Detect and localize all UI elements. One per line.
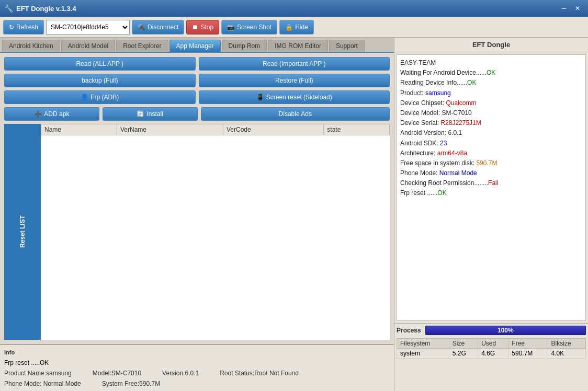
restore-full-button[interactable]: Restore (Full) xyxy=(199,74,390,87)
app-table: NameVerNameVerCodestate xyxy=(41,124,390,135)
disable-ads-button[interactable]: Disable Ads xyxy=(201,107,390,121)
app-table-container: Reset LIST NameVerNameVerCodestate xyxy=(4,124,390,340)
col-vername: VerName xyxy=(117,124,223,135)
close-button[interactable]: ✕ xyxy=(571,3,584,14)
statusbar: Info Frp reset .....OK Product Name:sams… xyxy=(0,344,394,391)
tab-img-rom-editor[interactable]: IMG ROM Editor xyxy=(268,40,328,52)
stop-button[interactable]: ⏹ Stop xyxy=(186,20,219,34)
disconnect-button[interactable]: 🔌 Disconnect xyxy=(132,20,184,34)
left-panel: Android KitchenAndroid ModelRoot Explore… xyxy=(0,38,394,391)
titlebar: 🔧 EFT Dongle v.1.3.4 ─ ✕ xyxy=(0,0,588,17)
filesystem-row: system5.2G4.6G590.7M4.0K xyxy=(397,349,586,359)
progress-bar: 100% xyxy=(425,326,586,335)
fs-cell: 590.7M xyxy=(508,349,548,359)
log-line: Waiting For Android Device......OK xyxy=(400,68,582,78)
disconnect-icon: 🔌 xyxy=(138,24,145,31)
tab-app-manager[interactable]: App Manager xyxy=(169,40,221,52)
filesystem-header: FilesystemSizeUsedFreeBlksize xyxy=(397,339,586,349)
add-icon: ➕ xyxy=(34,110,42,118)
fs-col-used: Used xyxy=(478,339,508,349)
row-apk: ➕ ADD apk 🔄 Install Disable Ads xyxy=(4,107,390,121)
fs-col-size: Size xyxy=(449,339,478,349)
table-header: NameVerNameVerCodestate xyxy=(41,124,390,135)
reset-list-label: Reset LIST xyxy=(19,215,26,248)
app-title: EFT Dongle v.1.3.4 xyxy=(16,5,557,13)
process-row: Process 100% xyxy=(397,326,586,335)
status-row2: Phone Mode: Normal Mode System Free:590.… xyxy=(4,380,390,387)
system-free-status: System Free:590.7M xyxy=(102,380,160,387)
fs-col-filesystem: Filesystem xyxy=(397,339,449,349)
log-line: Android SDK: 23 xyxy=(400,139,582,148)
toolbar: ↻ Refresh SM-C7010|e8fdd4e5 🔌 Disconnect… xyxy=(0,17,588,38)
process-panel: Process 100% FilesystemSizeUsedFreeBlksi… xyxy=(394,323,588,391)
screen-reset-button[interactable]: 📱 Screen reset (Sideload) xyxy=(199,90,390,104)
tab-support[interactable]: Support xyxy=(329,40,365,52)
product-name: Product Name:samsung xyxy=(4,370,72,377)
minimize-button[interactable]: ─ xyxy=(558,3,570,14)
log-area: EASY-TEAMWaiting For Android Device.....… xyxy=(397,54,586,321)
col-name: Name xyxy=(41,124,117,135)
device-select[interactable]: SM-C7010|e8fdd4e5 xyxy=(46,20,130,34)
log-line: Device Model: SM-C7010 xyxy=(400,108,582,118)
model-info: Model:SM-C7010 xyxy=(93,370,141,377)
log-line: Phone Mode: Normal Mode xyxy=(400,168,582,178)
progress-text: 100% xyxy=(426,326,585,335)
process-label: Process xyxy=(397,327,421,334)
log-line: Checking Root Permission........Fail xyxy=(400,178,582,188)
info-label: Info xyxy=(4,349,15,355)
log-line: Device Serial: R28J2275J1M xyxy=(400,118,582,128)
fs-col-free: Free xyxy=(508,339,548,349)
col-state: state xyxy=(324,124,390,135)
filesystem-body: system5.2G4.6G590.7M4.0K xyxy=(397,349,586,359)
frp-status: Frp reset .....OK xyxy=(4,359,49,366)
app-manager-content: Read (ALL APP ) Read (Important APP ) ba… xyxy=(0,53,394,344)
filesystem-table: FilesystemSizeUsedFreeBlksize system5.2G… xyxy=(397,338,586,359)
frp-adb-button[interactable]: 👤 Frp (ADB) xyxy=(4,90,196,104)
refresh-icon: ↻ xyxy=(9,24,14,31)
version-info: Version:6.0.1 xyxy=(162,370,199,377)
log-line: Product: samsung xyxy=(400,88,582,98)
fs-cell: 4.6G xyxy=(478,349,508,359)
row-read: Read (ALL APP ) Read (Important APP ) xyxy=(4,57,390,71)
main-area: Android KitchenAndroid ModelRoot Explore… xyxy=(0,38,588,391)
app-icon: 🔧 xyxy=(4,4,13,13)
refresh-button[interactable]: ↻ Refresh xyxy=(3,20,44,34)
read-all-app-button[interactable]: Read (ALL APP ) xyxy=(4,57,196,71)
hide-icon: 🔒 xyxy=(285,24,293,31)
app-table-wrapper[interactable]: NameVerNameVerCodestate xyxy=(41,124,390,340)
stop-icon: ⏹ xyxy=(192,24,198,31)
root-status: Root Status:Root Not Found xyxy=(220,370,299,377)
tab-root-explorer[interactable]: Root Explorer xyxy=(116,40,168,52)
screen-icon: 📱 xyxy=(256,94,264,101)
tab-bar: Android KitchenAndroid ModelRoot Explore… xyxy=(0,38,394,53)
add-apk-button[interactable]: ➕ ADD apk xyxy=(4,107,99,121)
right-panel: EFT Dongle EASY-TEAMWaiting For Android … xyxy=(394,38,588,391)
tab-dump-rom[interactable]: Dump Rom xyxy=(222,40,267,52)
fs-cell: 5.2G xyxy=(449,349,478,359)
log-line: Device Chipset: Qualcomm xyxy=(400,98,582,108)
phone-mode-status: Phone Mode: Normal Mode xyxy=(4,380,81,387)
status-row1: Product Name:samsung Model:SM-C7010 Vers… xyxy=(4,370,390,377)
log-line: EASY-TEAM xyxy=(400,58,582,68)
log-line: Android Version: 6.0.1 xyxy=(400,128,582,138)
log-line: Reading Device Info......OK xyxy=(400,78,582,88)
read-important-app-button[interactable]: Read (Important APP ) xyxy=(199,57,390,71)
camera-icon: 📷 xyxy=(227,24,235,31)
log-line: Frp reset ......OK xyxy=(400,188,582,198)
hide-button[interactable]: 🔒 Hide xyxy=(279,20,314,34)
fs-cell: 4.0K xyxy=(548,349,585,359)
row-backup: backup (Full) Restore (Full) xyxy=(4,74,390,87)
log-line: Architecture: arm64-v8a xyxy=(400,148,582,158)
screenshot-button[interactable]: 📷 Screen Shot xyxy=(221,20,277,34)
col-vercode: VerCode xyxy=(223,124,324,135)
install-button[interactable]: 🔄 Install xyxy=(103,107,198,121)
fs-cell: system xyxy=(397,349,449,359)
right-panel-header: EFT Dongle xyxy=(394,38,588,52)
backup-full-button[interactable]: backup (Full) xyxy=(4,74,196,87)
row-frp: 👤 Frp (ADB) 📱 Screen reset (Sideload) xyxy=(4,90,390,104)
user-icon: 👤 xyxy=(81,94,88,101)
fs-col-blksize: Blksize xyxy=(548,339,585,349)
tab-android-kitchen[interactable]: Android Kitchen xyxy=(2,40,60,52)
reset-list-sidebar[interactable]: Reset LIST xyxy=(4,124,41,340)
tab-android-model[interactable]: Android Model xyxy=(61,40,115,52)
